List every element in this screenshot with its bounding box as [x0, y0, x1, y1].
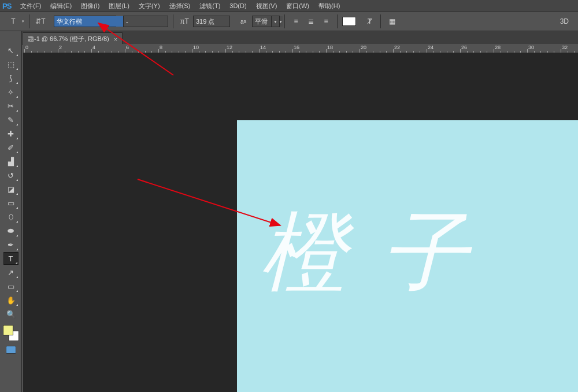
align-right-button[interactable]: ≡ — [320, 15, 332, 28]
menu-bar: PS 文件(F) 编辑(E) 图像(I) 图层(L) 文字(Y) 选择(S) 滤… — [0, 0, 578, 12]
artboard[interactable]: 橙子 — [237, 120, 578, 392]
stamp-tool[interactable]: ▟ — [3, 155, 18, 168]
text-color-swatch[interactable] — [342, 17, 356, 26]
text-orientation-preset[interactable]: T — [7, 15, 20, 28]
antialias-value: 平滑 — [253, 16, 271, 27]
three-d-button[interactable]: 3D — [560, 17, 575, 25]
menu-type[interactable]: 文字(Y) — [134, 1, 165, 11]
healing-brush-tool[interactable]: ✚ — [3, 127, 18, 140]
menu-select[interactable]: 选择(S) — [165, 1, 195, 11]
history-brush-tool[interactable]: ↺ — [3, 169, 18, 182]
zoom-tool[interactable]: 🔍 — [3, 308, 18, 320]
text-direction-toggle[interactable]: ⇵T — [34, 15, 47, 28]
align-left-button[interactable]: ≡ — [290, 15, 302, 28]
hand-tool[interactable]: ✋ — [3, 294, 18, 306]
canvas-text-layer[interactable]: 橙子 — [260, 195, 503, 312]
font-family-dropdown[interactable]: ▼ — [54, 16, 116, 27]
close-icon[interactable]: × — [114, 36, 117, 43]
pen-tool[interactable]: ✒ — [3, 238, 18, 251]
doc-tab-label: 题-1 @ 66.7% (橙子, RGB/8) — [28, 35, 109, 43]
menu-edit[interactable]: 编辑(E) — [46, 1, 76, 11]
font-size-icon: πT — [178, 15, 191, 28]
character-panel-button[interactable]: ▦ — [386, 15, 398, 28]
lasso-tool[interactable]: ⟆ — [3, 72, 18, 84]
magic-wand-tool[interactable]: ✧ — [3, 86, 18, 98]
dodge-tool[interactable]: ⬬ — [3, 224, 18, 237]
app-logo: PS — [2, 2, 11, 10]
menu-layer[interactable]: 图层(L) — [104, 1, 134, 11]
blur-tool[interactable]: ⬯ — [3, 210, 18, 223]
toolbox: ↖⬚⟆✧✂✎✚✐▟↺◪▭⬯⬬✒T↗▭✋🔍 — [0, 31, 22, 392]
marquee-tool[interactable]: ⬚ — [3, 58, 18, 71]
antialias-dropdown[interactable]: 平滑 ▼ — [252, 16, 280, 27]
ruler-horizontal[interactable]: 02468101214161820222426283032 — [23, 44, 578, 53]
warp-text-button[interactable]: Ⱦ — [363, 15, 376, 28]
eraser-tool[interactable]: ◪ — [3, 183, 18, 195]
shape-tool[interactable]: ▭ — [3, 280, 18, 293]
crop-tool[interactable]: ✂ — [3, 99, 18, 112]
menu-3d[interactable]: 3D(D) — [225, 2, 251, 10]
align-center-button[interactable]: ≣ — [305, 15, 317, 28]
font-size-dropdown[interactable]: ▼ — [193, 16, 230, 27]
path-select-tool[interactable]: ↗ — [3, 266, 18, 279]
doc-tab[interactable]: 题-1 @ 66.7% (橙子, RGB/8) × — [23, 32, 123, 45]
foreground-color-swatch[interactable] — [3, 325, 13, 335]
menu-help[interactable]: 帮助(H) — [314, 1, 344, 11]
menu-file[interactable]: 文件(F) — [16, 1, 46, 11]
doc-tab-bar: 题-1 @ 66.7% (橙子, RGB/8) × — [0, 31, 578, 45]
menu-window[interactable]: 窗口(W) — [281, 1, 314, 11]
type-tool[interactable]: T — [3, 252, 18, 265]
antialias-icon: aa — [237, 15, 250, 28]
font-style-dropdown[interactable]: ▼ — [123, 16, 168, 27]
brush-tool[interactable]: ✐ — [3, 141, 18, 154]
menu-filter[interactable]: 滤镜(T) — [195, 1, 225, 11]
gradient-tool[interactable]: ▭ — [3, 197, 18, 209]
menu-image[interactable]: 图像(I) — [76, 1, 104, 11]
options-bar: T ▾ ⇵T ▼ ▼ πT ▼ aa 平滑 ▼ ≡ ≣ ≡ — [0, 12, 578, 31]
move-tool[interactable]: ↖ — [3, 44, 18, 57]
chevron-down-icon[interactable]: ▼ — [271, 16, 279, 27]
color-swatches[interactable] — [3, 325, 19, 341]
canvas-area[interactable]: 橙子 — [23, 53, 578, 392]
eyedropper-tool[interactable]: ✎ — [3, 113, 18, 126]
quick-mask-toggle[interactable] — [6, 346, 16, 354]
menu-view[interactable]: 视图(V) — [251, 1, 282, 11]
